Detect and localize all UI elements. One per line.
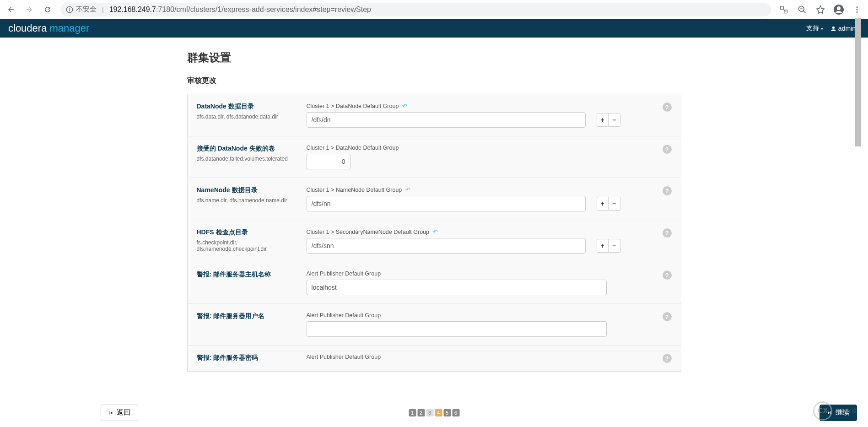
- group-label: Cluster 1 > NameNode Default Group: [307, 187, 402, 193]
- browser-url-text: 192.168.249.7:7180/cmf/clusters/1/expres…: [109, 5, 766, 14]
- config-row: 警报: 邮件服务器密码Alert Publisher Default Group…: [188, 345, 681, 371]
- config-row: 接受的 DataNode 失败的卷dfs.datanode.failed.vol…: [188, 136, 681, 178]
- value-input[interactable]: [307, 112, 586, 128]
- config-row: 警报: 邮件服务器主机名称Alert Publisher Default Gro…: [188, 262, 681, 303]
- add-button[interactable]: +: [597, 113, 609, 127]
- remove-button[interactable]: −: [609, 197, 620, 211]
- translate-icon[interactable]: [778, 5, 789, 14]
- svg-point-8: [857, 6, 858, 8]
- add-button[interactable]: +: [597, 239, 609, 253]
- cloudera-logo[interactable]: cloudera manager: [8, 22, 89, 34]
- property-desc: dfs.datanode.failed.volumes.tolerated: [197, 156, 299, 162]
- help-icon[interactable]: ?: [663, 103, 672, 112]
- profile-icon[interactable]: [833, 4, 844, 15]
- value-input[interactable]: [307, 321, 607, 337]
- reset-icon[interactable]: ↶: [405, 186, 410, 193]
- config-row: 警报: 邮件服务器用户名Alert Publisher Default Grou…: [188, 303, 681, 345]
- browser-url-bar[interactable]: 不安全 | 192.168.249.7:7180/cmf/clusters/1/…: [60, 3, 771, 16]
- reset-icon[interactable]: ↶: [402, 103, 407, 109]
- svg-line-4: [803, 11, 806, 13]
- property-name[interactable]: 接受的 DataNode 失败的卷: [197, 145, 299, 153]
- settings-panel: DataNode 数据目录dfs.data.dir, dfs.datanode.…: [187, 94, 681, 372]
- help-icon[interactable]: ?: [663, 228, 672, 238]
- property-name[interactable]: HDFS 检查点目录: [197, 228, 299, 237]
- section-subtitle: 审核更改: [187, 76, 681, 86]
- group-label: Alert Publisher Default Group: [307, 312, 381, 319]
- config-row: NameNode 数据目录dfs.name.dir, dfs.namenode.…: [188, 178, 681, 220]
- value-input[interactable]: [307, 280, 607, 295]
- group-label: Alert Publisher Default Group: [307, 270, 381, 277]
- group-label: Cluster 1 > SecondaryNameNode Default Gr…: [307, 229, 430, 235]
- browser-chrome: 不安全 | 192.168.249.7:7180/cmf/clusters/1/…: [0, 0, 868, 19]
- info-icon: [66, 6, 73, 13]
- config-row: HDFS 检查点目录fs.checkpoint.dir, dfs.namenod…: [188, 220, 681, 262]
- app-header: cloudera manager 支持▾ admin▾: [0, 19, 868, 38]
- value-input[interactable]: [307, 238, 586, 254]
- not-secure-label: 不安全: [76, 5, 97, 14]
- property-name[interactable]: DataNode 数据目录: [197, 103, 299, 111]
- help-icon[interactable]: ?: [663, 145, 672, 154]
- svg-point-1: [69, 8, 70, 9]
- help-icon[interactable]: ?: [663, 312, 672, 321]
- config-row: DataNode 数据目录dfs.data.dir, dfs.datanode.…: [188, 94, 681, 136]
- browser-back-button[interactable]: [5, 4, 16, 15]
- svg-rect-2: [69, 9, 70, 11]
- help-icon[interactable]: ?: [663, 354, 672, 363]
- reset-icon[interactable]: ↶: [433, 228, 438, 235]
- property-name[interactable]: 警报: 邮件服务器用户名: [197, 312, 299, 320]
- scrollbar-thumb[interactable]: [855, 18, 861, 146]
- remove-button[interactable]: −: [609, 239, 620, 253]
- page-title: 群集设置: [187, 50, 681, 65]
- add-button[interactable]: +: [597, 197, 609, 211]
- remove-button[interactable]: −: [609, 113, 620, 127]
- zoom-icon[interactable]: [797, 5, 808, 14]
- svg-point-9: [857, 9, 858, 10]
- value-input[interactable]: [307, 154, 350, 169]
- svg-point-11: [832, 26, 835, 28]
- property-desc: dfs.data.dir, dfs.datanode.data.dir: [197, 114, 299, 120]
- help-icon[interactable]: ?: [663, 186, 672, 195]
- svg-point-10: [857, 11, 858, 12]
- not-secure-indicator: 不安全: [66, 5, 97, 14]
- property-name[interactable]: 警报: 邮件服务器主机名称: [197, 270, 299, 279]
- main-content: 群集设置 审核更改 DataNode 数据目录dfs.data.dir, dfs…: [183, 50, 686, 372]
- kebab-menu-icon[interactable]: [852, 5, 863, 14]
- browser-forward-button[interactable]: [24, 4, 35, 15]
- group-label: Alert Publisher Default Group: [307, 354, 381, 360]
- group-label: Cluster 1 > DataNode Default Group: [307, 145, 399, 151]
- property-name[interactable]: NameNode 数据目录: [197, 186, 299, 195]
- property-desc: dfs.name.dir, dfs.namenode.name.dir: [197, 197, 299, 204]
- property-name[interactable]: 警报: 邮件服务器密码: [197, 354, 299, 362]
- browser-reload-button[interactable]: [42, 4, 53, 15]
- property-desc: fs.checkpoint.dir, dfs.namenode.checkpoi…: [197, 239, 299, 252]
- group-label: Cluster 1 > DataNode Default Group: [307, 103, 399, 109]
- help-icon[interactable]: ?: [663, 270, 672, 280]
- svg-point-7: [837, 6, 841, 10]
- user-icon: [830, 26, 836, 32]
- support-menu[interactable]: 支持▾: [806, 24, 823, 32]
- star-icon[interactable]: [815, 5, 826, 14]
- value-input[interactable]: [307, 196, 586, 211]
